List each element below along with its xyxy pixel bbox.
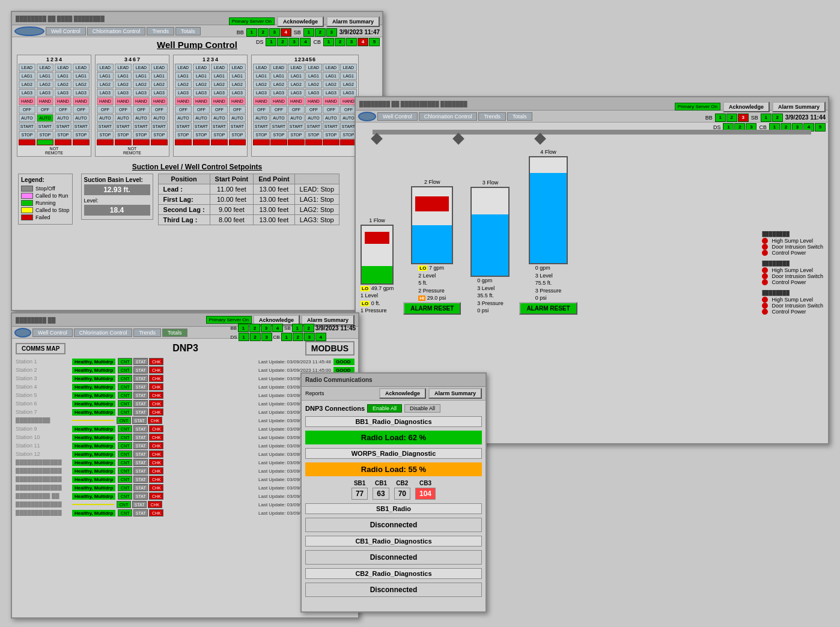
status-group-a: ████████ High Sump Level Door Intrusion … <box>762 231 823 256</box>
tank-4-outer <box>529 156 568 264</box>
pump-tag-start: START <box>19 123 35 130</box>
pump-group-d: 123456 LEAD LAG1 LAG2 LAG3 HAND OFF AUTO… <box>251 55 359 157</box>
signal-cb2: CB2 70 <box>394 480 410 500</box>
disable-all-button[interactable]: Disable All <box>404 404 440 413</box>
setpoint-row-lag1: First Lag: 10.00 feet 13.00 feet LAG1: S… <box>158 195 339 205</box>
nav-trends[interactable]: Trends <box>147 27 174 35</box>
scada-alarm-summary[interactable]: Alarm Summary <box>772 101 826 112</box>
dnp3-row: Station 1 Healthy, Multidrp CNT STAT CHK… <box>16 358 355 365</box>
tank-3-water <box>472 214 508 276</box>
setpoint-row-lag2: Second Lag : 9.00 feet 13.00 feet LAG2: … <box>158 205 339 215</box>
nav-totals[interactable]: Totals <box>175 27 201 35</box>
pump-tag-lag3: LAG3 <box>19 89 35 97</box>
tank-4-readout: 0 gpm 3 Level 75.5 ft. 3 Pressure 0 psi <box>535 264 562 302</box>
col-status <box>294 174 339 184</box>
tank-1-label: 1 Flow <box>369 217 385 223</box>
dnp3-connections-header: DNP3 Connections Enable All Disable All <box>305 404 482 413</box>
legend-running: Running <box>21 200 70 206</box>
setpoints-table: Position Start Point End Point Lead : 11… <box>158 174 340 225</box>
suction-basin-panel: Suction Basin Level: 12.93 ft. Level: 18… <box>81 174 153 220</box>
pump-tag-lag1: LAG1 <box>19 72 35 80</box>
not-remote-a: NOTREMOTE <box>19 147 90 155</box>
bb1-radio-load: Radio Load: 62 % <box>305 431 482 444</box>
sensor-diamond-3 <box>534 133 546 145</box>
nav-chlorination[interactable]: Chlorination Control <box>87 27 146 35</box>
scada-nav-trends[interactable]: Trends <box>478 112 506 121</box>
pump-tag-lag2: LAG2 <box>19 80 35 88</box>
scada-nav-well[interactable]: Well Control <box>377 112 418 121</box>
bb-label: BB <box>237 29 244 35</box>
scada-nav-chlor[interactable]: Chlorination Control <box>419 112 478 121</box>
pump-indicator <box>19 139 35 145</box>
pump-group-c: 1234 LEAD LAG1 LAG2 LAG3 HAND OFF AUTO S… <box>173 55 248 157</box>
worps-radio-load: Radio Load: 55 % <box>305 462 482 476</box>
acknowledge-button[interactable]: Acknowledge <box>277 16 324 27</box>
radio-panel: Radio Communications Reports Acknowledge… <box>300 372 487 613</box>
pump-tag-hand: HAND <box>19 97 35 105</box>
pump-row-lead: LEAD LAG1 LAG2 LAG3 HAND OFF AUTO START … <box>19 64 90 145</box>
scada-content: 1 Flow LO 49.7 gpm 1 Level LO 0 ft. 1 Pr… <box>356 123 828 320</box>
pump-group-a: 1234 LEAD LAG1 LAG2 LAG3 HAND OFF AUTO S… <box>17 55 91 157</box>
radio-alarm-summary[interactable]: Alarm Summary <box>428 388 482 399</box>
tank-1-fill <box>362 266 392 283</box>
scada-datetime: 3/9/2023 11:44 <box>785 114 826 121</box>
legend: Legend: Stop/Off Called to Run Running C… <box>18 174 73 225</box>
basin-value: 12.93 ft. <box>84 184 150 195</box>
col-position: Position <box>158 174 210 184</box>
comms-map-button[interactable]: COMMS MAP <box>16 343 65 354</box>
setpoint-row-lead: Lead : 11.00 feet 13.00 feet LEAD: Stop <box>158 184 339 195</box>
well-pump-panel: ████████ ██ ████ ████████ Well Control C… <box>11 11 383 311</box>
cb-label: CB <box>313 39 321 45</box>
radio-panel-header: Radio Communications <box>302 374 485 387</box>
dnp3-connections-label: DNP3 Connections <box>305 405 365 412</box>
not-remote-b: NOTREMOTE <box>97 147 168 155</box>
tank-3-flow-label: 3 Flow <box>482 180 499 186</box>
comms-nav-totals[interactable]: Totals <box>162 329 187 337</box>
logo <box>14 26 44 36</box>
legend-title: Legend: <box>21 177 70 183</box>
basin-title: Suction Basin Level: <box>84 177 150 183</box>
radio-acknowledge[interactable]: Acknowledge <box>379 388 426 399</box>
alarm-reset-btn-2[interactable]: ALARM RESET <box>519 302 577 315</box>
alarm-reset-btn-1[interactable]: ALARM RESET <box>403 302 461 315</box>
dnp3-title: DNP3 <box>70 343 300 354</box>
setpoints-table-wrapper: Position Start Point End Point Lead : 11… <box>158 174 340 225</box>
tank-1-outer <box>361 225 394 285</box>
tank-4: 4 Flow 0 gpm 3 Level 75.5 ft. 3 Pressure… <box>519 149 577 315</box>
pump-control-grid: 1234 LEAD LAG1 LAG2 LAG3 HAND OFF AUTO S… <box>12 52 382 159</box>
cb1-disconnected: Disconnected <box>305 550 482 565</box>
tank-2: 2 Flow LO 7 gpm 2 Level 5 ft. 2 Pressure… <box>403 179 461 315</box>
scada-acknowledge[interactable]: Acknowledge <box>723 101 770 112</box>
legend-called-stop: Called to Stop <box>21 207 70 213</box>
scada-logo <box>358 112 376 121</box>
reports-link[interactable]: Reports <box>305 390 324 396</box>
sb1-radio-title: SB1_Radio <box>305 503 482 514</box>
nav-well-control[interactable]: Well Control <box>46 27 86 35</box>
scada-nav-totals[interactable]: Totals <box>507 112 532 121</box>
tank-3-outer <box>470 187 510 277</box>
tank-3-readout: 0 gpm 3 Level 35.5 ft. 3 Pressure 0 psi <box>477 277 504 315</box>
tanks-row: 1 Flow LO 49.7 gpm 1 Level LO 0 ft. 1 Pr… <box>361 149 823 315</box>
ds-label: DS <box>256 39 264 45</box>
sb-status-block: 1 2 3 <box>303 28 337 37</box>
comms-nav: Well Control Chlorination Control Trends… <box>12 327 358 339</box>
worps-radio-title: WORPS_Radio_Diagnostic <box>305 448 482 459</box>
datetime-display: 3/9/2023 11:47 <box>339 29 380 35</box>
bb1-radio-title: BB1_Radio_Diagnostics <box>305 416 482 427</box>
col-end: End Point <box>254 174 294 184</box>
sensor-diamond-2 <box>452 133 464 145</box>
legend-stop: Stop/Off <box>21 186 70 192</box>
setpoint-row-lag3: Third Lag : 8.00 feet 13.00 feet LAG3: S… <box>158 215 339 225</box>
cb2-radio-title: CB2_Radio_Diagnostics <box>305 568 482 579</box>
comms-nav-chlor[interactable]: Chlorination Control <box>74 329 133 337</box>
level-value: 18.4 <box>84 205 150 216</box>
primary-server-status: Primary Server On <box>229 17 275 25</box>
tank-2-outer <box>411 186 453 264</box>
alarm-summary-button[interactable]: Alarm Summary <box>326 16 380 27</box>
radio-header-row: Reports Acknowledge Alarm Summary <box>302 387 485 401</box>
enable-all-button[interactable]: Enable All <box>367 404 402 413</box>
comms-nav-trends[interactable]: Trends <box>133 329 161 337</box>
comms-nav-well[interactable]: Well Control <box>32 329 73 337</box>
signal-cb3: CB3 104 <box>415 480 436 500</box>
cb-status-block: 1 2 3 4 5 <box>323 38 380 46</box>
